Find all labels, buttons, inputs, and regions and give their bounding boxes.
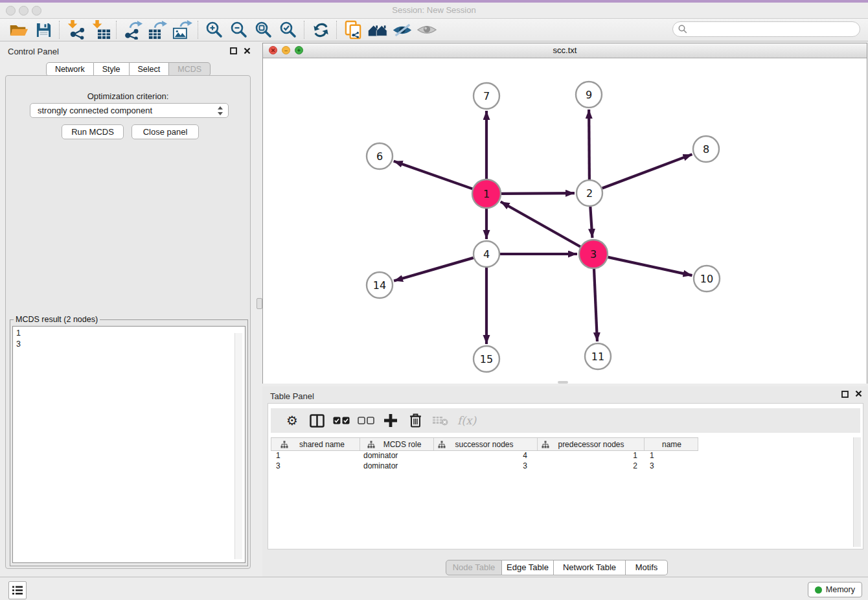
graph-node-label: 4	[483, 248, 490, 260]
status-bar: Memory	[0, 577, 868, 600]
graph-edge-1-2[interactable]	[501, 193, 575, 194]
delete-table-button[interactable]	[428, 415, 452, 426]
memory-status-icon	[815, 586, 822, 594]
memory-button[interactable]: Memory	[808, 582, 862, 597]
import-table-icon	[91, 20, 111, 40]
show-hidden-button[interactable]	[415, 19, 439, 40]
graph-edge-2-3[interactable]	[590, 207, 592, 238]
open-session-button[interactable]	[6, 19, 31, 40]
graph-edge-4-14[interactable]	[394, 258, 474, 281]
float-panel-icon[interactable]	[230, 47, 237, 54]
graph-edge-3-1[interactable]	[501, 202, 580, 246]
tab-edge-table[interactable]: Edge Table	[502, 560, 554, 575]
table-toolbar: ⚙	[271, 408, 860, 433]
window-zoom-button[interactable]	[32, 6, 41, 16]
network-canvas[interactable]: 1234678910111415	[263, 58, 867, 384]
import-network-button[interactable]	[63, 19, 88, 40]
table-row[interactable]: 3 dominator 3 2 3	[271, 461, 698, 472]
eye-icon	[417, 23, 437, 37]
column-header-name[interactable]: name	[645, 438, 698, 450]
main-toolbar	[0, 19, 868, 41]
column-header-predecessor-nodes[interactable]: predecessor nodes	[538, 438, 645, 450]
criterion-dropdown[interactable]: strongly connected component	[30, 103, 229, 118]
clone-network-button[interactable]	[341, 19, 365, 40]
split-columns-button[interactable]	[304, 414, 329, 428]
tab-motifs[interactable]: Motifs	[626, 560, 668, 575]
export-image-button[interactable]	[170, 19, 194, 40]
result-scrollbar[interactable]	[234, 333, 242, 559]
frame-minimize-icon[interactable]: –	[282, 46, 290, 54]
table-row[interactable]: 1 dominator 4 1 1	[271, 451, 698, 461]
import-table-button[interactable]	[88, 19, 113, 40]
tab-node-table[interactable]: Node Table	[446, 560, 502, 575]
graph-edge-3-11[interactable]	[594, 269, 597, 341]
graph-node-label: 6	[376, 150, 383, 163]
hide-selected-button[interactable]	[390, 19, 415, 40]
table-panel: Table Panel ⚙	[262, 386, 868, 577]
control-panel-title: Control Panel	[8, 47, 59, 56]
float-table-panel-icon[interactable]	[841, 391, 849, 398]
zoom-out-icon	[230, 21, 248, 39]
task-history-button[interactable]	[8, 581, 27, 599]
graph-edge-3-10[interactable]	[608, 257, 692, 275]
tab-network[interactable]: Network	[46, 62, 94, 76]
frame-close-icon[interactable]: ✕	[269, 46, 277, 54]
column-header-mcds-role[interactable]: MCDS role	[360, 438, 434, 450]
toolbar-separator	[198, 21, 199, 39]
export-image-icon	[172, 20, 192, 40]
delete-table-icon	[432, 415, 448, 426]
canvas-resize-grip[interactable]	[558, 381, 568, 384]
deselect-all-button[interactable]	[354, 417, 378, 424]
close-table-panel-icon[interactable]	[855, 390, 862, 397]
function-builder-button[interactable]: f(x)	[457, 414, 476, 427]
graph-edge-1-6[interactable]	[394, 161, 473, 189]
zoom-out-button[interactable]	[227, 19, 251, 40]
zoom-selected-button[interactable]	[276, 19, 301, 40]
select-all-button[interactable]	[329, 417, 354, 424]
houses-button[interactable]	[365, 19, 390, 40]
window-minimize-button[interactable]	[19, 6, 29, 16]
toolbar-separator	[336, 21, 337, 39]
window-title: Session: New Session	[0, 3, 868, 18]
close-panel-button[interactable]: Close panel	[131, 124, 199, 139]
refresh-icon	[312, 21, 330, 39]
delete-column-button[interactable]	[403, 413, 428, 428]
tab-style[interactable]: Style	[94, 62, 130, 76]
export-network-button[interactable]	[120, 19, 145, 40]
split-pane-handle[interactable]	[257, 298, 262, 309]
control-panel-tabs: Network Style Select MCDS	[0, 62, 257, 76]
table-settings-button[interactable]: ⚙	[280, 413, 304, 428]
refresh-button[interactable]	[308, 19, 333, 40]
save-session-button[interactable]	[31, 19, 56, 40]
frame-zoom-icon[interactable]: +	[295, 46, 303, 54]
close-panel-icon[interactable]	[244, 47, 251, 54]
column-header-successor-nodes[interactable]: successor nodes	[434, 438, 538, 450]
graph-node-label: 1	[483, 188, 490, 200]
tab-mcds[interactable]: MCDS	[169, 62, 211, 76]
tab-select[interactable]: Select	[130, 62, 170, 76]
graph-edge-2-9[interactable]	[589, 110, 589, 179]
network-window-titlebar[interactable]: ✕ – + scc.txt	[263, 43, 867, 58]
toolbar-separator	[116, 21, 117, 39]
graph-edge-2-8[interactable]	[602, 154, 692, 188]
table-header-row: shared name MCDS role successor nodes	[271, 437, 698, 451]
graph-node-label: 15	[480, 353, 493, 365]
run-mcds-button[interactable]: Run MCDS	[62, 124, 124, 139]
table-scrollbar[interactable]	[853, 437, 861, 547]
search-box[interactable]	[672, 21, 860, 37]
add-column-button[interactable]	[378, 414, 403, 427]
search-input[interactable]	[691, 24, 860, 34]
table-cell: 3	[271, 461, 360, 472]
hierarchy-icon	[542, 441, 549, 448]
optimization-criterion-label: Optimization criterion:	[6, 91, 250, 101]
zoom-in-button[interactable]	[202, 19, 227, 40]
network-graph[interactable]: 1234678910111415	[263, 58, 867, 384]
export-table-button[interactable]	[145, 19, 170, 40]
graph-node-label: 3	[590, 248, 597, 260]
graph-node-label: 10	[700, 273, 713, 285]
zoom-fit-button[interactable]	[251, 19, 276, 40]
window-close-button[interactable]	[6, 6, 16, 16]
column-header-shared-name[interactable]: shared name	[271, 438, 360, 450]
tab-network-table[interactable]: Network Table	[554, 560, 626, 575]
search-icon	[678, 25, 687, 34]
